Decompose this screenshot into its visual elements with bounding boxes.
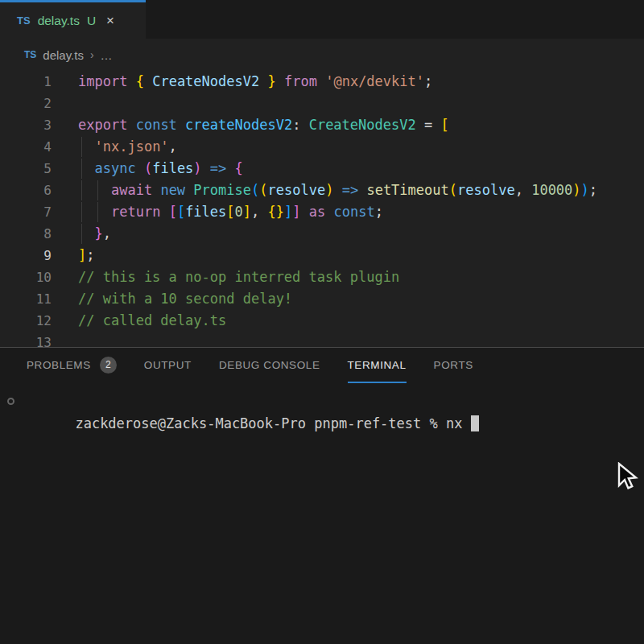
code-line: 8 }, <box>0 223 644 245</box>
panel-tab-label: DEBUG CONSOLE <box>219 359 320 371</box>
panel-tab-label: PROBLEMS <box>27 359 91 371</box>
terminal-command-decoration-icon <box>7 398 14 405</box>
code-line: 6 await new Promise((resolve) => setTime… <box>0 180 644 201</box>
code-editor[interactable]: 1import { CreateNodesV2 } from '@nx/devk… <box>0 71 644 347</box>
git-status-badge: U <box>87 14 96 28</box>
line-number: 6 <box>0 180 52 201</box>
code-line: 10// this is a no-op interred task plugi… <box>0 266 644 288</box>
terminal-cursor <box>471 415 479 431</box>
chevron-right-icon: › <box>90 48 94 61</box>
editor-tab-delay-ts[interactable]: TS delay.ts U × <box>0 0 146 39</box>
indent-guide <box>81 159 82 179</box>
line-number: 10 <box>0 266 52 288</box>
editor-tab-bar: TS delay.ts U × <box>0 0 644 39</box>
code-line: 9]; <box>0 245 644 266</box>
terminal[interactable]: zackderose@Zacks-MacBook-Pro pnpm-ref-te… <box>0 392 644 413</box>
line-number: 9 <box>0 245 52 266</box>
typescript-icon: TS <box>24 49 36 60</box>
panel-tab-debug-console[interactable]: DEBUG CONSOLE <box>219 348 320 383</box>
vscode-window: TS delay.ts U × TS delay.ts › … 1import … <box>0 0 644 644</box>
code-line: 4 'nx.json', <box>0 136 644 158</box>
panel-tab-ports[interactable]: PORTS <box>434 348 473 383</box>
bottom-panel: PROBLEMS2OUTPUTDEBUG CONSOLETERMINALPORT… <box>0 348 644 644</box>
panel-tab-label: PORTS <box>434 359 473 371</box>
code-line: 11// with a 10 second delay! <box>0 288 644 310</box>
line-number: 13 <box>0 332 52 347</box>
line-number: 8 <box>0 223 52 245</box>
panel-tab-output[interactable]: OUTPUT <box>144 348 192 383</box>
panel-tab-label: TERMINAL <box>348 359 407 371</box>
line-number: 5 <box>0 158 52 180</box>
line-number: 1 <box>0 71 52 93</box>
line-number: 12 <box>0 310 52 332</box>
code-line: 5 async (files) => { <box>0 158 644 180</box>
breadcrumb-symbol-ellipsis[interactable]: … <box>101 48 114 62</box>
close-icon[interactable]: × <box>106 14 114 27</box>
code-line: 12// called delay.ts <box>0 310 644 332</box>
line-number: 4 <box>0 136 52 158</box>
indent-guide <box>97 202 98 222</box>
panel-tab-bar: PROBLEMS2OUTPUTDEBUG CONSOLETERMINALPORT… <box>0 348 644 383</box>
panel-tab-terminal[interactable]: TERMINAL <box>348 348 407 383</box>
line-number: 7 <box>0 201 52 223</box>
typescript-icon: TS <box>17 14 31 27</box>
indent-guide <box>81 137 82 157</box>
problems-count-badge: 2 <box>100 357 117 374</box>
breadcrumb: TS delay.ts › … <box>0 39 644 71</box>
terminal-prompt: zackderose@Zacks-MacBook-Pro pnpm-ref-te… <box>75 415 470 431</box>
line-number: 2 <box>0 93 52 114</box>
indent-guide <box>81 180 82 200</box>
code-line: 3export const createNodesV2: CreateNodes… <box>0 114 644 136</box>
panel-tab-problems[interactable]: PROBLEMS2 <box>27 348 117 383</box>
indent-guide <box>97 180 98 200</box>
tab-title: delay.ts <box>38 14 80 28</box>
line-number: 3 <box>0 114 52 136</box>
breadcrumb-file[interactable]: delay.ts <box>43 48 84 62</box>
indent-guide <box>81 224 82 244</box>
code-line: 7 return [[files[0], {}]] as const; <box>0 201 644 223</box>
line-number: 11 <box>0 288 52 310</box>
code-line: 13 <box>0 332 644 347</box>
panel-tab-label: OUTPUT <box>144 359 192 371</box>
code-line: 2 <box>0 93 644 114</box>
indent-guide <box>81 202 82 222</box>
code-line: 1import { CreateNodesV2 } from '@nx/devk… <box>0 71 644 93</box>
